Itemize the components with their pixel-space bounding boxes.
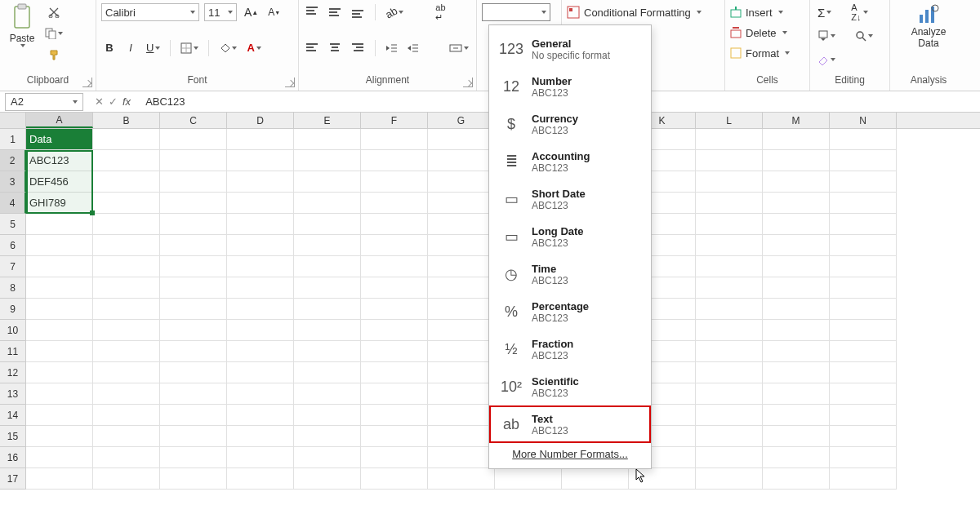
- cell-G5[interactable]: [428, 214, 495, 235]
- fill-button[interactable]: [815, 27, 838, 45]
- cell-A1[interactable]: Data: [26, 129, 93, 150]
- cell-E10[interactable]: [294, 320, 361, 341]
- cell-F17[interactable]: [361, 468, 428, 490]
- cell-F1[interactable]: [361, 129, 428, 150]
- cell-L5[interactable]: [696, 214, 763, 235]
- cell-A9[interactable]: [26, 299, 93, 320]
- cell-D12[interactable]: [227, 362, 294, 383]
- cell-G11[interactable]: [428, 341, 495, 362]
- cell-C4[interactable]: [160, 193, 227, 214]
- cell-N13[interactable]: [830, 383, 897, 405]
- align-center-button[interactable]: [327, 39, 345, 57]
- align-right-button[interactable]: [350, 39, 368, 57]
- cell-L4[interactable]: [696, 193, 763, 214]
- align-bottom-button[interactable]: [350, 3, 368, 21]
- cell-E17[interactable]: [294, 468, 361, 490]
- cell-G6[interactable]: [428, 235, 495, 256]
- cell-A11[interactable]: [26, 341, 93, 362]
- cell-M16[interactable]: [763, 447, 830, 468]
- format-option-short-date[interactable]: ▭Short DateABC123: [489, 180, 651, 218]
- cell-C11[interactable]: [160, 341, 227, 362]
- cell-M15[interactable]: [763, 426, 830, 447]
- dialog-launcher-font[interactable]: [285, 78, 295, 87]
- cell-C3[interactable]: [160, 171, 227, 193]
- cell-L12[interactable]: [696, 362, 763, 383]
- cell-M13[interactable]: [763, 383, 830, 405]
- increase-indent-button[interactable]: [404, 39, 421, 57]
- row-header-16[interactable]: 16: [0, 447, 26, 468]
- cell-E8[interactable]: [294, 277, 361, 299]
- cell-F4[interactable]: [361, 193, 428, 214]
- font-color-button[interactable]: A: [244, 39, 263, 57]
- cell-L3[interactable]: [696, 171, 763, 193]
- cell-L11[interactable]: [696, 341, 763, 362]
- cell-G12[interactable]: [428, 362, 495, 383]
- row-header-2[interactable]: 2: [0, 150, 26, 171]
- column-header-M[interactable]: M: [763, 113, 830, 128]
- select-all-corner[interactable]: [0, 113, 26, 128]
- cell-N5[interactable]: [830, 214, 897, 235]
- cell-C9[interactable]: [160, 299, 227, 320]
- cell-F16[interactable]: [361, 447, 428, 468]
- cell-D11[interactable]: [227, 341, 294, 362]
- cell-L9[interactable]: [696, 299, 763, 320]
- cell-A15[interactable]: [26, 426, 93, 447]
- orientation-button[interactable]: ab: [383, 3, 406, 21]
- cell-L14[interactable]: [696, 405, 763, 426]
- cell-B12[interactable]: [93, 362, 160, 383]
- cell-C14[interactable]: [160, 405, 227, 426]
- cell-A16[interactable]: [26, 447, 93, 468]
- row-header-4[interactable]: 4: [0, 193, 26, 214]
- cell-C5[interactable]: [160, 214, 227, 235]
- row-header-15[interactable]: 15: [0, 426, 26, 447]
- cell-D16[interactable]: [227, 447, 294, 468]
- cell-C15[interactable]: [160, 426, 227, 447]
- cell-17[interactable]: [495, 468, 562, 490]
- cell-F11[interactable]: [361, 341, 428, 362]
- column-header-F[interactable]: F: [361, 113, 428, 128]
- enter-formula-icon[interactable]: ✓: [109, 95, 118, 108]
- cell-E13[interactable]: [294, 383, 361, 405]
- cell-C6[interactable]: [160, 235, 227, 256]
- cell-B1[interactable]: [93, 129, 160, 150]
- cell-G8[interactable]: [428, 277, 495, 299]
- column-header-B[interactable]: B: [93, 113, 160, 128]
- cell-C7[interactable]: [160, 256, 227, 277]
- cell-B14[interactable]: [93, 405, 160, 426]
- cell-L17[interactable]: [696, 468, 763, 490]
- borders-button[interactable]: [178, 39, 201, 57]
- cell-M5[interactable]: [763, 214, 830, 235]
- cell-C1[interactable]: [160, 129, 227, 150]
- italic-button[interactable]: I: [122, 39, 139, 57]
- column-header-D[interactable]: D: [227, 113, 294, 128]
- align-top-button[interactable]: [304, 3, 322, 21]
- row-header-8[interactable]: 8: [0, 277, 26, 299]
- fill-color-button[interactable]: [216, 39, 239, 57]
- cell-B11[interactable]: [93, 341, 160, 362]
- cell-C8[interactable]: [160, 277, 227, 299]
- cell-M1[interactable]: [763, 129, 830, 150]
- row-header-6[interactable]: 6: [0, 235, 26, 256]
- cell-B10[interactable]: [93, 320, 160, 341]
- cell-B5[interactable]: [93, 214, 160, 235]
- cell-F10[interactable]: [361, 320, 428, 341]
- cell-F12[interactable]: [361, 362, 428, 383]
- cell-N7[interactable]: [830, 256, 897, 277]
- copy-button[interactable]: [42, 24, 65, 42]
- align-middle-button[interactable]: [327, 3, 345, 21]
- row-header-14[interactable]: 14: [0, 405, 26, 426]
- cell-B9[interactable]: [93, 299, 160, 320]
- font-name-combo[interactable]: Calibri: [101, 3, 199, 21]
- cell-N8[interactable]: [830, 277, 897, 299]
- cell-L8[interactable]: [696, 277, 763, 299]
- cell-C16[interactable]: [160, 447, 227, 468]
- row-header-7[interactable]: 7: [0, 256, 26, 277]
- cell-D1[interactable]: [227, 129, 294, 150]
- dialog-launcher-clipboard[interactable]: [82, 78, 92, 87]
- bold-button[interactable]: B: [101, 39, 118, 57]
- cell-B8[interactable]: [93, 277, 160, 299]
- cell-E9[interactable]: [294, 299, 361, 320]
- row-header-1[interactable]: 1: [0, 129, 26, 150]
- cell-D4[interactable]: [227, 193, 294, 214]
- cell-L16[interactable]: [696, 447, 763, 468]
